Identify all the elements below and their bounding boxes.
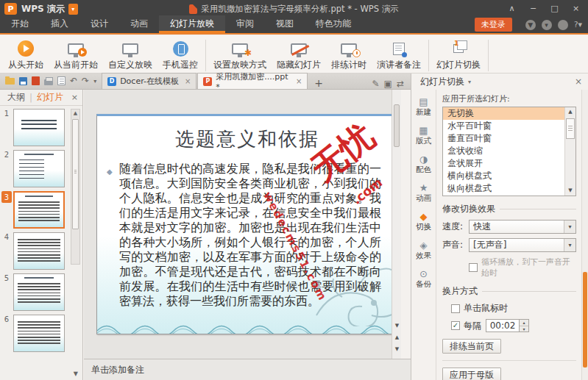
slide-transition-button[interactable]: 1 幻灯片切换: [431, 38, 486, 73]
transition-option-blinds-h[interactable]: 水平百叶窗: [443, 120, 564, 132]
close-tab-icon[interactable]: ×: [296, 77, 302, 85]
close-button[interactable]: ×: [565, 0, 587, 16]
switch-window-icon[interactable]: ⇄: [397, 79, 404, 89]
scroll-down-icon[interactable]: ▼: [74, 370, 78, 377]
tab-special-features[interactable]: 特色功能: [305, 15, 362, 33]
spin-down-icon[interactable]: ▾: [520, 326, 528, 332]
slide-thumb-5[interactable]: 5: [0, 273, 69, 311]
tab-slideshow[interactable]: 幻灯片放映: [159, 15, 225, 33]
strip-item-backup[interactable]: ⊙ 备份: [411, 265, 436, 293]
doc-tab-docer[interactable]: D Docer-在线模板 ×: [102, 73, 196, 89]
transition-option-none[interactable]: 无切换: [443, 107, 564, 120]
from-beginning-button[interactable]: 从头开始: [3, 38, 49, 73]
on-click-checkbox[interactable]: [451, 304, 460, 313]
pane-caret-icon[interactable]: ▾: [468, 79, 471, 85]
scroll-down-icon[interactable]: ▼: [565, 186, 575, 196]
skin-icon[interactable]: [558, 20, 568, 30]
thumbnail-scrollbar[interactable]: ▲: [71, 109, 80, 265]
tab-home[interactable]: 开始: [0, 15, 40, 33]
doc-tab-current[interactable]: P 采用凯撒加密....ppt * ×: [197, 73, 308, 89]
spin-up-icon[interactable]: ▴: [520, 320, 528, 326]
layout-icon[interactable]: ▣: [384, 79, 392, 89]
chevron-down-icon[interactable]: ▾: [564, 239, 575, 251]
speed-select[interactable]: 快速 ▾: [469, 220, 576, 234]
rehearse-timing-button[interactable]: 排练计时: [326, 38, 372, 73]
collapse-ribbon-button[interactable]: ∧: [501, 0, 523, 16]
tab-view[interactable]: 视图: [265, 15, 305, 33]
chevron-down-icon[interactable]: ▾: [564, 221, 575, 233]
app-menu-caret-icon[interactable]: ▾: [68, 4, 78, 15]
minimize-button[interactable]: −: [523, 0, 544, 16]
slide-thumb-3[interactable]: 3: [0, 191, 69, 229]
slide-thumb-4[interactable]: 4: [0, 232, 69, 270]
notes-area[interactable]: 单击添加备注: [84, 359, 411, 380]
close-pane-icon[interactable]: ×: [575, 76, 582, 87]
slide-body-text[interactable]: ◆ 随着信息时代的高速发展，隐私是我们很看重的一项信息。大到国防安全各类商业机密…: [119, 162, 381, 309]
loop-checkbox[interactable]: [469, 263, 478, 272]
close-tab-icon[interactable]: ×: [185, 77, 191, 85]
outline-tab[interactable]: 大纲: [4, 91, 28, 104]
download-icon[interactable]: ▼: [525, 20, 536, 30]
sound-select[interactable]: [无声音] ▾: [469, 238, 576, 252]
scrollbar-thumb[interactable]: [394, 104, 400, 147]
task-pane-scrollbar[interactable]: [581, 90, 588, 380]
next-slide-icon[interactable]: ▼: [392, 344, 402, 354]
open-file-icon[interactable]: [5, 78, 15, 85]
print-icon[interactable]: [44, 79, 53, 85]
transition-option-checker-h[interactable]: 横向棋盘式: [443, 170, 564, 182]
previous-slide-icon[interactable]: ▲: [392, 332, 402, 343]
apply-to-master-button[interactable]: 应用于母版: [442, 368, 501, 380]
maximize-button[interactable]: □: [544, 0, 565, 16]
strip-item-transition[interactable]: ◆ 切换: [411, 207, 436, 236]
transition-option-box-in[interactable]: 盒状收缩: [443, 145, 564, 157]
strip-item-color[interactable]: ◑ 配色: [411, 150, 436, 179]
scroll-up-icon[interactable]: ▲: [565, 107, 575, 117]
transition-option-box-out[interactable]: 盒状展开: [443, 157, 564, 170]
phone-remote-button[interactable]: 手机遥控: [157, 38, 203, 73]
custom-show-button[interactable]: 自定义放映: [103, 38, 157, 73]
redo-icon[interactable]: ↷: [82, 76, 89, 86]
slide-thumb-1[interactable]: 1: [0, 109, 69, 146]
save-icon[interactable]: [19, 77, 27, 85]
tab-insert[interactable]: 插入: [40, 15, 79, 33]
tab-animation[interactable]: 动画: [119, 15, 159, 33]
transition-option-blinds-v[interactable]: 垂直百叶窗: [443, 132, 564, 145]
slides-tab[interactable]: 幻灯片: [34, 91, 66, 104]
slide-thumb-6[interactable]: 6: [0, 315, 69, 352]
transition-option-checker-v[interactable]: 纵向棋盘式: [443, 182, 564, 195]
tab-review[interactable]: 审阅: [225, 15, 265, 33]
hide-slide-button[interactable]: 隐藏幻灯片: [272, 38, 326, 73]
from-current-button[interactable]: 从当前开始: [49, 38, 103, 73]
every-checkbox[interactable]: ✓: [451, 321, 460, 330]
strip-item-effect[interactable]: ◈ 效果: [411, 236, 436, 265]
export-pdf-icon[interactable]: [32, 76, 40, 85]
speaker-notes-button[interactable]: 演讲者备注: [372, 38, 426, 73]
setup-show-button[interactable]: ✱ 设置放映方式: [208, 38, 272, 73]
strip-item-animation[interactable]: ★ 动画: [411, 179, 436, 207]
print-preview-icon[interactable]: [57, 76, 65, 85]
pin-icon[interactable]: ✎: [372, 79, 380, 89]
new-tab-button[interactable]: +: [308, 77, 329, 89]
scroll-up-icon[interactable]: ▲: [71, 110, 79, 118]
quick-access-more-icon[interactable]: ▾: [93, 78, 96, 85]
edit-area-scrollbar[interactable]: ▼ ▲ ▼: [392, 90, 401, 359]
rehearse-current-button[interactable]: 排练当前页: [442, 339, 501, 354]
login-button[interactable]: 未登录: [475, 18, 512, 32]
scrollbar-thumb[interactable]: [583, 272, 587, 368]
tab-design[interactable]: 设计: [79, 15, 119, 33]
setup-show-icon: ✱: [232, 40, 248, 57]
slide-canvas[interactable]: 选题意义和依据 ◆ 随着信息时代的高速发展，隐私是我们很看重的一项信息。大到国防…: [96, 114, 398, 334]
listbox-scrollbar[interactable]: ▲ ▼: [564, 107, 575, 196]
strip-item-new[interactable]: ▤ 新建: [411, 93, 436, 121]
strip-item-layout[interactable]: ▦ 版式: [411, 121, 436, 150]
theme-icon[interactable]: ▾: [542, 20, 552, 30]
scrollbar-thumb[interactable]: [566, 118, 575, 139]
scrollbar-thumb[interactable]: [72, 119, 79, 229]
scroll-down-icon[interactable]: ▼: [392, 320, 402, 331]
close-panel-icon[interactable]: ×: [71, 93, 78, 102]
interval-input[interactable]: 00:02: [486, 319, 520, 332]
interval-stepper[interactable]: ▴ ▾: [520, 319, 529, 332]
slide-thumb-2[interactable]: 2: [0, 150, 69, 187]
help-icon[interactable]: ?▾: [574, 20, 582, 29]
undo-icon[interactable]: ↶: [70, 76, 77, 86]
